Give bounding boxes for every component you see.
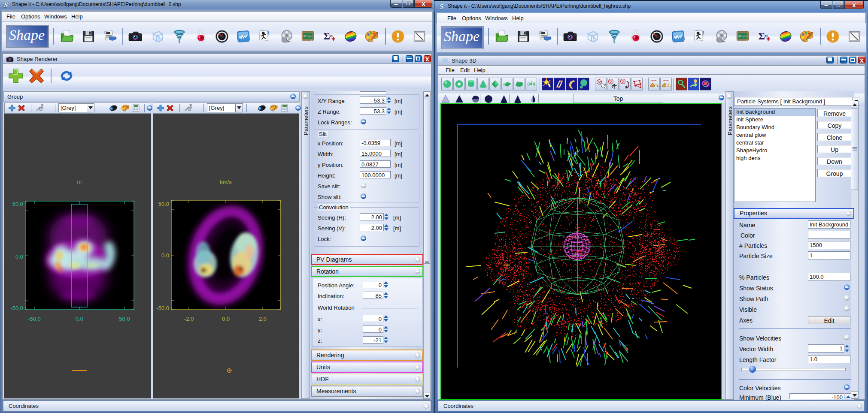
svg-text:0.0: 0.0 [76, 316, 83, 322]
svg-text:50.0: 50.0 [12, 201, 23, 207]
svg-text:50.0: 50.0 [158, 201, 169, 207]
svg-text:0.0: 0.0 [15, 253, 23, 260]
svg-text:M=ρυ: M=ρυ [303, 34, 313, 38]
svg-text:∞: ∞ [764, 32, 768, 39]
svg-text:-50.0: -50.0 [10, 305, 23, 311]
svg-text:m: m [77, 179, 82, 185]
svg-text:km/s: km/s [220, 179, 232, 185]
svg-text:M=ρυ: M=ρυ [738, 34, 747, 38]
svg-text:2.0: 2.0 [259, 316, 267, 322]
svg-text:0.0: 0.0 [161, 252, 169, 259]
svg-text:0.0: 0.0 [222, 316, 230, 322]
svg-text:-2.0: -2.0 [184, 316, 194, 322]
svg-text:-50.0: -50.0 [28, 316, 41, 322]
svg-text:-50.0: -50.0 [156, 305, 169, 311]
svg-text:50.0: 50.0 [119, 316, 130, 322]
svg-text:∞: ∞ [329, 32, 334, 39]
